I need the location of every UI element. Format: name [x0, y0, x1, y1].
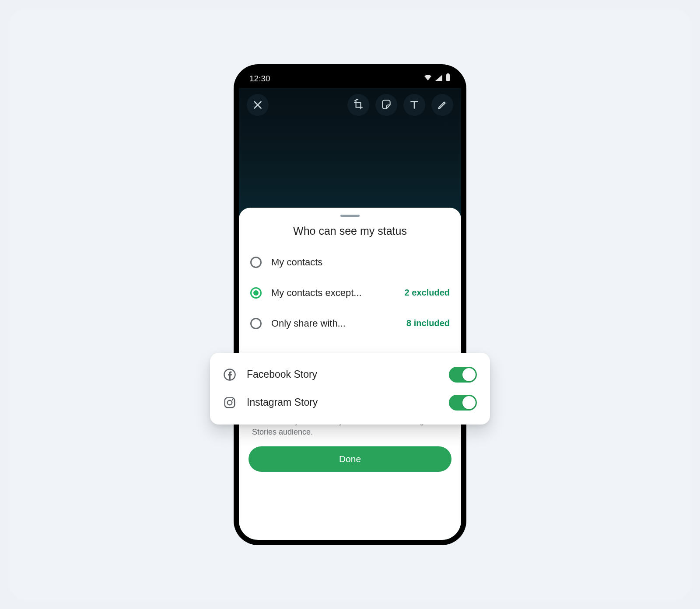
text-icon — [409, 99, 420, 111]
close-button[interactable] — [247, 94, 269, 116]
sheet-grabber[interactable] — [340, 215, 360, 217]
radio-unselected[interactable] — [250, 257, 262, 268]
status-time: 12:30 — [249, 74, 270, 84]
option-label: My contacts except... — [271, 287, 395, 299]
cellular-icon — [435, 74, 443, 84]
share-row-instagram[interactable]: Instagram Story — [221, 389, 479, 417]
facebook-icon — [223, 368, 236, 381]
text-button[interactable] — [403, 94, 425, 116]
svg-point-5 — [232, 399, 233, 400]
toggle-on[interactable] — [449, 395, 477, 411]
status-icons — [424, 73, 451, 84]
option-only-share-with[interactable]: Only share with... 8 included — [247, 308, 453, 339]
close-icon — [252, 99, 263, 111]
share-label: Facebook Story — [247, 369, 438, 380]
sticker-button[interactable] — [375, 94, 397, 116]
pencil-icon — [437, 99, 448, 111]
option-my-contacts-except[interactable]: My contacts except... 2 excluded — [247, 278, 453, 308]
option-label: Only share with... — [271, 318, 397, 329]
done-button[interactable]: Done — [248, 446, 452, 472]
sticker-icon — [381, 99, 392, 111]
toggle-on[interactable] — [449, 367, 477, 383]
editor-toolbar — [239, 88, 461, 122]
included-badge: 8 included — [406, 318, 450, 328]
draw-button[interactable] — [431, 94, 453, 116]
share-label: Instagram Story — [247, 397, 438, 408]
instagram-icon — [223, 396, 236, 409]
svg-point-4 — [228, 400, 232, 405]
phone-frame: 12:30 — [234, 64, 466, 545]
radio-unselected[interactable] — [250, 318, 262, 329]
story-editor-backdrop: Who can see my status My contacts My con… — [239, 88, 461, 540]
excluded-badge: 2 excluded — [405, 288, 450, 298]
sheet-title: Who can see my status — [247, 225, 453, 237]
option-my-contacts[interactable]: My contacts — [247, 247, 453, 278]
option-label: My contacts — [271, 257, 450, 268]
radio-selected[interactable] — [250, 287, 262, 299]
crop-rotate-icon — [353, 99, 364, 111]
share-row-facebook[interactable]: Facebook Story — [221, 361, 479, 389]
phone-screen: 12:30 — [239, 70, 461, 540]
crop-rotate-button[interactable] — [347, 94, 369, 116]
wifi-icon — [424, 74, 432, 84]
battery-icon — [445, 73, 451, 84]
share-targets-card: Facebook Story Instagram Story — [210, 353, 490, 425]
svg-rect-1 — [447, 73, 449, 74]
status-bar: 12:30 — [239, 70, 461, 88]
svg-rect-0 — [446, 74, 450, 81]
svg-rect-3 — [225, 397, 235, 407]
